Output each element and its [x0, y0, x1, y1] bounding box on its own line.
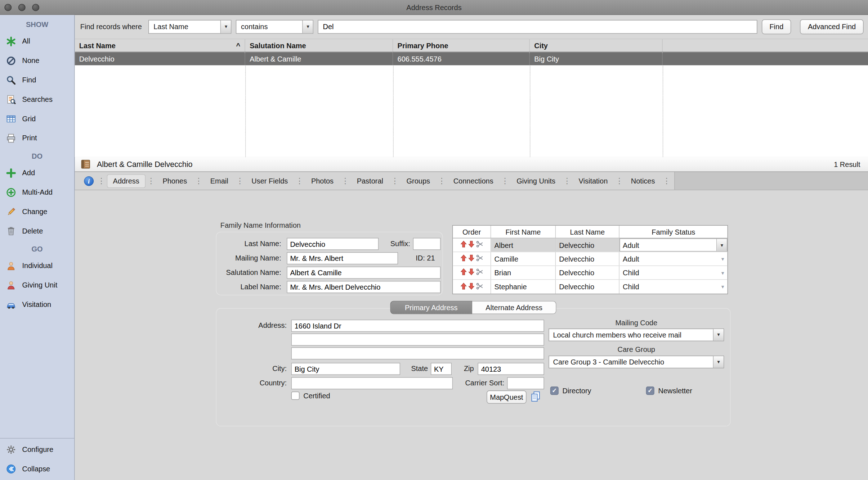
- move-down-icon[interactable]: [468, 241, 474, 250]
- family-status-select[interactable]: Adult ▼: [619, 238, 728, 252]
- last-name-field[interactable]: [287, 238, 379, 250]
- city-field[interactable]: [291, 363, 400, 375]
- move-down-icon[interactable]: [468, 282, 474, 291]
- scissors-icon[interactable]: [476, 282, 483, 291]
- copy-icon[interactable]: [530, 390, 542, 403]
- member-row[interactable]: Brian Delvecchio Child ▾: [453, 266, 727, 280]
- tab-visitation[interactable]: Visitation: [573, 174, 614, 187]
- tab-user-fields[interactable]: User Fields: [245, 174, 294, 187]
- family-status-select[interactable]: Adult ▾: [619, 252, 728, 266]
- sidebar-item-none[interactable]: None: [0, 51, 74, 70]
- suffix-field[interactable]: [413, 238, 441, 250]
- person-red-icon: [5, 280, 17, 291]
- member-first-name[interactable]: Stephanie: [491, 280, 556, 294]
- sidebar-section-go: GO: [0, 244, 74, 255]
- scissors-icon[interactable]: [476, 241, 483, 250]
- tab-email[interactable]: Email: [204, 174, 234, 187]
- advanced-find-button[interactable]: Advanced Find: [800, 19, 863, 34]
- tab-phones[interactable]: Phones: [157, 174, 193, 187]
- sidebar-item-label: None: [22, 56, 39, 65]
- sidebar-item-print[interactable]: Print: [0, 128, 74, 148]
- tab-pastoral[interactable]: Pastoral: [351, 174, 389, 187]
- field-select[interactable]: Last Name ▼: [148, 20, 232, 33]
- member-last-name[interactable]: Delvecchio: [556, 280, 619, 294]
- sidebar-item-delete[interactable]: Delete: [0, 221, 74, 241]
- tab-primary-address[interactable]: Primary Address: [390, 301, 472, 314]
- sidebar-item-grid[interactable]: Grid: [0, 109, 74, 128]
- find-button[interactable]: Find: [762, 19, 791, 34]
- close-button[interactable]: [4, 4, 12, 11]
- certified-checkbox[interactable]: Certified: [291, 391, 330, 400]
- newsletter-checkbox[interactable]: ✓ Newsletter: [646, 386, 692, 395]
- sidebar-item-visitation[interactable]: Visitation: [0, 295, 74, 314]
- sidebar-item-giving-unit[interactable]: Giving Unit: [0, 275, 74, 295]
- move-up-icon[interactable]: [460, 254, 466, 263]
- sidebar-item-individual[interactable]: Individual: [0, 256, 74, 276]
- column-header-label: City: [534, 41, 548, 50]
- zip-field[interactable]: [478, 363, 544, 375]
- results-table[interactable]: Delvecchio Albert & Camille 606.555.4576…: [75, 52, 868, 157]
- column-header-salutation-name[interactable]: Salutation Name: [245, 39, 393, 51]
- tab-notices[interactable]: Notices: [625, 174, 661, 187]
- sidebar-item-collapse[interactable]: Collapse: [0, 459, 74, 479]
- salutation-name-field[interactable]: [287, 267, 440, 279]
- sidebar-item-all[interactable]: All: [0, 32, 74, 51]
- tab-giving-units[interactable]: Giving Units: [510, 174, 561, 187]
- address-line3-field[interactable]: [291, 347, 544, 359]
- state-field[interactable]: [431, 363, 452, 375]
- column-header-primary-phone[interactable]: Primary Phone: [393, 39, 530, 51]
- sidebar-item-find[interactable]: Find: [0, 70, 74, 90]
- column-header-last-name[interactable]: Last Name ^: [75, 39, 245, 51]
- primary-address-group: Address: City: State Zip Country: Carrie…: [216, 308, 730, 426]
- member-row[interactable]: Stephanie Delvecchio Child ▾: [453, 280, 727, 294]
- table-row[interactable]: Delvecchio Albert & Camille 606.555.4576…: [75, 52, 868, 65]
- sidebar-item-add[interactable]: Add: [0, 163, 74, 182]
- scissors-icon[interactable]: [476, 254, 483, 263]
- care-group-select[interactable]: Care Group 3 - Camille Delvecchio ▼: [549, 356, 724, 368]
- member-last-name[interactable]: Delvecchio: [556, 266, 619, 279]
- sidebar-item-configure[interactable]: Configure: [0, 440, 74, 459]
- column-header-city[interactable]: City: [530, 39, 663, 51]
- member-first-name[interactable]: Brian: [491, 266, 556, 279]
- zoom-button[interactable]: [32, 4, 39, 11]
- move-up-icon[interactable]: [460, 268, 466, 277]
- minimize-button[interactable]: [18, 4, 26, 11]
- move-down-icon[interactable]: [468, 254, 474, 263]
- tab-photos[interactable]: Photos: [305, 174, 340, 187]
- country-field[interactable]: [291, 377, 453, 389]
- family-status-select[interactable]: Child ▾: [619, 280, 728, 294]
- mapquest-button[interactable]: MapQuest: [487, 390, 527, 404]
- directory-checkbox[interactable]: ✓ Directory: [550, 386, 591, 395]
- sidebar-item-change[interactable]: Change: [0, 202, 74, 221]
- sidebar-item-searches[interactable]: Searches: [0, 90, 74, 109]
- address-line2-field[interactable]: [291, 334, 544, 346]
- family-status-select[interactable]: Child ▾: [619, 266, 728, 279]
- sidebar-item-multi-add[interactable]: Multi-Add: [0, 182, 74, 202]
- tab-connections[interactable]: Connections: [447, 174, 500, 187]
- move-down-icon[interactable]: [468, 268, 474, 277]
- member-first-name[interactable]: Albert: [491, 238, 556, 252]
- move-up-icon[interactable]: [460, 282, 466, 291]
- mailing-code-select[interactable]: Local church members who receive mail ▼: [549, 329, 724, 341]
- member-last-name[interactable]: Delvecchio: [556, 238, 619, 252]
- chevron-down-icon: ▼: [303, 21, 313, 33]
- operator-select[interactable]: contains ▼: [236, 20, 313, 33]
- label-name-field[interactable]: [287, 281, 440, 293]
- tab-separator: ⋮: [294, 177, 305, 185]
- scissors-icon[interactable]: [476, 268, 483, 277]
- info-icon[interactable]: i: [84, 176, 94, 186]
- member-row[interactable]: Albert Delvecchio Adult ▼: [453, 238, 727, 252]
- zip-label: Zip: [449, 364, 474, 373]
- tab-groups[interactable]: Groups: [401, 174, 436, 187]
- address-line1-field[interactable]: [291, 320, 544, 332]
- member-last-name[interactable]: Delvecchio: [556, 252, 619, 266]
- tab-alternate-address[interactable]: Alternate Address: [472, 301, 556, 314]
- tab-address[interactable]: Address: [107, 174, 146, 187]
- mailing-name-field[interactable]: [287, 252, 398, 264]
- member-first-name[interactable]: Camille: [491, 252, 556, 266]
- search-input[interactable]: [318, 20, 757, 33]
- carrier-sort-field[interactable]: [507, 377, 544, 389]
- move-up-icon[interactable]: [460, 241, 466, 250]
- sidebar-item-label: Configure: [22, 445, 53, 453]
- member-row[interactable]: Camille Delvecchio Adult ▾: [453, 252, 727, 266]
